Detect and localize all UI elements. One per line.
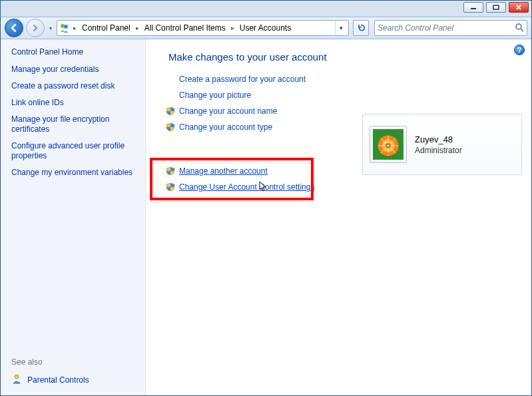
action-label: Change your account type bbox=[179, 122, 272, 132]
action-label: Change User Account Control settings bbox=[179, 182, 314, 192]
uac-shield-icon bbox=[166, 182, 175, 192]
sidebar-links: Manage your credentials Create a passwor… bbox=[11, 65, 136, 178]
user-account-card: Zuyev_48 Administrator bbox=[362, 114, 522, 175]
primary-actions-list: Create a password for your account Chang… bbox=[166, 75, 346, 192]
back-button[interactable] bbox=[5, 19, 23, 37]
svg-point-8 bbox=[15, 375, 19, 379]
action-change-account-type[interactable]: Change your account type bbox=[166, 122, 346, 132]
parental-controls-label: Parental Controls bbox=[27, 375, 89, 385]
user-role-label: Administrator bbox=[415, 146, 462, 155]
avatar-frame bbox=[370, 126, 407, 163]
sidebar-link-manage-encryption-certs[interactable]: Manage your file encryption certificates bbox=[11, 114, 136, 134]
history-dropdown-button[interactable]: ▾ bbox=[47, 19, 54, 37]
username-label: Zuyev_48 bbox=[415, 134, 462, 144]
address-dropdown-button[interactable]: ▾ bbox=[335, 21, 347, 35]
sidebar-link-manage-credentials[interactable]: Manage your credentials bbox=[11, 65, 136, 75]
svg-rect-1 bbox=[493, 5, 499, 9]
sidebar-header[interactable]: Control Panel Home bbox=[11, 47, 136, 57]
page-heading: Make changes to your user account bbox=[168, 51, 521, 63]
search-input[interactable]: Search Control Panel bbox=[374, 20, 527, 36]
main-panel: ? Make changes to your user account Crea… bbox=[146, 39, 531, 395]
sidebar-link-advanced-profile-properties[interactable]: Configure advanced user profile properti… bbox=[11, 141, 136, 161]
action-create-password[interactable]: Create a password for your account bbox=[166, 75, 346, 84]
refresh-button[interactable] bbox=[353, 20, 369, 36]
content-body: Control Panel Home Manage your credentia… bbox=[1, 39, 531, 395]
sidebar: Control Panel Home Manage your credentia… bbox=[1, 39, 146, 395]
uac-shield-icon bbox=[166, 122, 175, 132]
sidebar-link-link-online-ids[interactable]: Link online IDs bbox=[11, 98, 136, 108]
action-change-account-name[interactable]: Change your account name bbox=[166, 106, 346, 116]
see-also-label: See also bbox=[11, 357, 136, 367]
sidebar-footer: See also Parental Controls bbox=[11, 357, 136, 386]
parental-controls-icon bbox=[11, 373, 22, 386]
svg-point-4 bbox=[61, 24, 65, 28]
search-icon[interactable] bbox=[515, 23, 524, 34]
breadcrumb-separator-icon[interactable]: ▸ bbox=[134, 25, 140, 31]
help-button[interactable]: ? bbox=[514, 45, 525, 55]
user-account-text: Zuyev_48 Administrator bbox=[415, 134, 462, 155]
svg-point-6 bbox=[516, 24, 521, 29]
flower-avatar-icon bbox=[372, 128, 404, 160]
action-change-uac-settings[interactable]: Change User Account Control settings bbox=[166, 182, 346, 192]
breadcrumb-separator-icon[interactable]: ▸ bbox=[72, 25, 78, 31]
sidebar-link-environment-variables[interactable]: Change my environment variables bbox=[11, 168, 136, 178]
address-breadcrumb-bar[interactable]: ▸ Control Panel ▸ All Control Panel Item… bbox=[57, 20, 349, 36]
action-label: Create a password for your account bbox=[179, 75, 306, 84]
window-control-buttons bbox=[463, 2, 529, 13]
user-accounts-icon bbox=[59, 22, 71, 34]
action-label: Manage another account bbox=[179, 166, 268, 176]
forward-button[interactable] bbox=[26, 19, 45, 37]
svg-line-7 bbox=[521, 29, 523, 31]
navigation-bar: ▾ ▸ Control Panel ▸ All Control Panel It… bbox=[1, 17, 531, 39]
action-label: Change your picture bbox=[179, 91, 251, 100]
search-placeholder-text: Search Control Panel bbox=[378, 23, 511, 33]
breadcrumb-user-accounts[interactable]: User Accounts bbox=[237, 23, 294, 33]
action-manage-another-account[interactable]: Manage another account bbox=[166, 166, 346, 176]
breadcrumb-all-items[interactable]: All Control Panel Items bbox=[142, 23, 228, 33]
sidebar-link-parental-controls[interactable]: Parental Controls bbox=[11, 373, 136, 386]
uac-shield-icon bbox=[166, 106, 175, 116]
breadcrumb-separator-icon[interactable]: ▸ bbox=[230, 25, 236, 31]
minimize-button[interactable] bbox=[463, 2, 483, 13]
close-button[interactable] bbox=[509, 2, 529, 13]
sidebar-link-password-reset-disk[interactable]: Create a password reset disk bbox=[11, 81, 136, 91]
breadcrumb-control-panel[interactable]: Control Panel bbox=[79, 23, 133, 33]
uac-shield-icon bbox=[166, 166, 175, 176]
window-titlebar bbox=[1, 1, 531, 17]
maximize-button[interactable] bbox=[486, 2, 506, 13]
action-change-picture[interactable]: Change your picture bbox=[166, 91, 346, 100]
svg-point-5 bbox=[64, 25, 68, 29]
control-panel-window: ▾ ▸ Control Panel ▸ All Control Panel It… bbox=[0, 0, 532, 396]
action-label: Change your account name bbox=[179, 106, 277, 116]
